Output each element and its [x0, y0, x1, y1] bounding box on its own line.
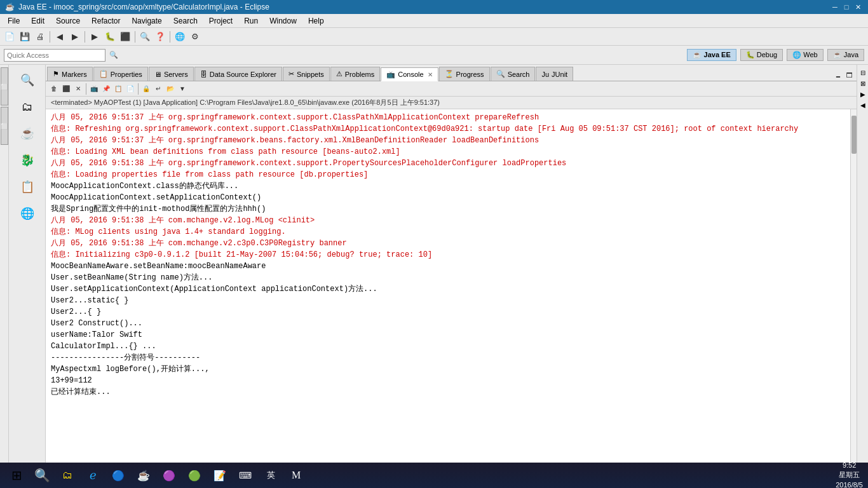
- toolbar-misc1[interactable]: ⚙: [188, 30, 202, 44]
- tab-problems-label: Problems: [345, 71, 374, 78]
- view-maximize[interactable]: 🗖: [844, 69, 855, 81]
- toolbar-save[interactable]: 💾: [18, 30, 32, 44]
- tab-snippets[interactable]: ✂ Snippets: [283, 67, 330, 81]
- taskbar-ie[interactable]: ℯ: [81, 464, 104, 487]
- menu-help[interactable]: Help: [303, 15, 329, 27]
- console-content[interactable]: 八月 05, 2016 9:51:37 上午 org.springframewo…: [46, 109, 850, 480]
- taskbar-search[interactable]: 🔍: [31, 464, 53, 487]
- tab-datasource[interactable]: 🗄 Data Source Explorer: [194, 67, 282, 81]
- menu-refactor[interactable]: Refactor: [86, 15, 125, 27]
- toolbar-sep1: [50, 31, 50, 43]
- search-tab-icon: 🔍: [496, 70, 505, 78]
- console-remove[interactable]: ✕: [72, 83, 84, 95]
- rpanel-btn-1[interactable]: ⊟: [858, 67, 868, 78]
- tab-search[interactable]: 🔍 Search: [491, 67, 536, 81]
- quick-access-input[interactable]: [4, 49, 105, 62]
- menu-window[interactable]: Window: [264, 15, 302, 27]
- menu-search[interactable]: Search: [168, 15, 203, 27]
- tab-problems[interactable]: ⚠ Problems: [330, 67, 380, 81]
- collapse-btn-2[interactable]: ⬜: [1, 107, 8, 145]
- taskbar-chrome[interactable]: 🔵: [107, 464, 130, 487]
- menu-edit[interactable]: Edit: [26, 15, 50, 27]
- console-pins[interactable]: 📌: [100, 83, 112, 95]
- tab-servers[interactable]: 🖥 Servers: [149, 67, 194, 81]
- view-minimize[interactable]: 🗕: [832, 69, 844, 81]
- maximize-button[interactable]: □: [841, 2, 851, 12]
- quick-access-bar: 🔍 ☕ Java EE 🐛 Debug 🌐 Web ☕ Java: [0, 46, 868, 65]
- rpanel-btn-2[interactable]: ⊠: [858, 78, 868, 88]
- console-vscroll[interactable]: [850, 109, 857, 488]
- main-layout: ⬜ ⬜ 🔍 🗂 ☕ 🐉 📋 🌐 ❯ ⚑ Markers 📋 Properties…: [0, 65, 868, 488]
- tab-snippets-label: Snippets: [297, 71, 324, 78]
- taskbar-icon7[interactable]: 🟣: [158, 464, 180, 487]
- console-line: 已经计算结束...: [51, 386, 845, 398]
- toolbar-help[interactable]: ❓: [153, 30, 167, 44]
- menu-run[interactable]: Run: [239, 15, 263, 27]
- console-copy[interactable]: 📋: [112, 83, 124, 95]
- tab-console[interactable]: 📺 Console ✕: [381, 67, 438, 81]
- start-button[interactable]: ⊞: [5, 464, 28, 487]
- console-line: 我是Spring配置文件中的init-mothod属性配置的方法hhh(): [51, 203, 845, 215]
- console-wordwrap[interactable]: ↵: [153, 83, 164, 95]
- rpanel-btn-4[interactable]: ◀: [858, 100, 868, 110]
- snippets-icon: ✂: [288, 70, 294, 78]
- toolbar-globe[interactable]: 🌐: [173, 30, 187, 44]
- taskbar-eclipse[interactable]: ☕: [132, 464, 155, 487]
- menu-file[interactable]: File: [3, 15, 25, 27]
- sidebar-icon-browser[interactable]: 🌐: [15, 201, 40, 226]
- datasource-icon: 🗄: [200, 71, 207, 78]
- terminated-text: <terminated> MyAOPTest (1) [Java Applica…: [51, 98, 440, 106]
- perspective-web[interactable]: 🌐 Web: [787, 49, 823, 61]
- rpanel-btn-3[interactable]: ▶: [858, 89, 868, 99]
- tab-progress[interactable]: ⏳ Progress: [439, 67, 490, 81]
- console-line: User2...static{ }: [51, 295, 845, 306]
- console-dropdown[interactable]: ▼: [177, 83, 188, 95]
- tab-properties[interactable]: 📋 Properties: [93, 67, 148, 81]
- sidebar-icon-snippet[interactable]: 📋: [15, 174, 40, 200]
- console-paste[interactable]: 📄: [125, 83, 136, 95]
- taskbar-icon9[interactable]: 📝: [208, 464, 231, 487]
- left-sidebar: 🔍 🗂 ☕ 🐉 📋 🌐 ❯: [9, 65, 46, 488]
- minimize-button[interactable]: ─: [830, 2, 840, 12]
- console-scroll-thumb[interactable]: [851, 116, 857, 154]
- console-scrolllock[interactable]: 🔒: [140, 83, 152, 95]
- toolbar-debug[interactable]: 🐛: [103, 30, 117, 44]
- taskbar-filemgr[interactable]: 🗂: [56, 464, 79, 487]
- sidebar-icon-java[interactable]: ☕: [15, 121, 40, 146]
- toolbar-print[interactable]: 🖨: [33, 30, 47, 44]
- taskbar-lang-m[interactable]: M: [285, 464, 308, 487]
- perspective-javaee[interactable]: ☕ Java EE: [687, 49, 736, 61]
- menu-navigate[interactable]: Navigate: [126, 15, 166, 27]
- sidebar-icon-ant[interactable]: 🐉: [15, 147, 40, 173]
- console-newconsole[interactable]: 📺: [88, 83, 100, 95]
- taskbar-lang-en[interactable]: 英: [259, 464, 282, 487]
- toolbar-forward[interactable]: ▶: [68, 30, 82, 44]
- console-clear[interactable]: 🗑: [48, 83, 60, 95]
- console-line: 八月 05, 2016 9:51:38 上午 org.springframewo…: [51, 158, 845, 169]
- console-openfile[interactable]: 📂: [165, 83, 176, 95]
- console-stop[interactable]: ⬛: [60, 83, 72, 95]
- toolbar-new[interactable]: 📄: [3, 30, 17, 44]
- perspective-java[interactable]: ☕ Java: [827, 49, 864, 61]
- taskbar-icon8[interactable]: 🟢: [183, 464, 206, 487]
- sidebar-icon-window[interactable]: 🗂: [15, 94, 40, 119]
- collapse-btn-1[interactable]: ⬜: [1, 67, 8, 105]
- toolbar-run[interactable]: ▶: [88, 30, 102, 44]
- toolbar-back[interactable]: ◀: [53, 30, 67, 44]
- servers-icon: 🖥: [154, 71, 161, 78]
- tab-console-close[interactable]: ✕: [428, 71, 433, 78]
- tab-markers[interactable]: ⚑ Markers: [47, 67, 93, 81]
- sidebar-icon-search[interactable]: 🔍: [15, 67, 40, 93]
- tab-datasource-label: Data Source Explorer: [210, 71, 276, 78]
- close-button[interactable]: ✕: [853, 2, 863, 12]
- console-line: 信息: Loading properties file from class p…: [51, 169, 845, 180]
- menu-source[interactable]: Source: [51, 15, 85, 27]
- taskbar-keyboard[interactable]: ⌨: [234, 464, 257, 487]
- console-line: CalculatorImpl...{} ...: [51, 341, 845, 352]
- console-icon: 📺: [386, 71, 395, 79]
- toolbar-stop[interactable]: ⬛: [118, 30, 132, 44]
- perspective-debug[interactable]: 🐛 Debug: [740, 49, 783, 61]
- menu-project[interactable]: Project: [204, 15, 238, 27]
- toolbar-search[interactable]: 🔍: [138, 30, 152, 44]
- tab-junit[interactable]: Ju JUnit: [536, 67, 573, 81]
